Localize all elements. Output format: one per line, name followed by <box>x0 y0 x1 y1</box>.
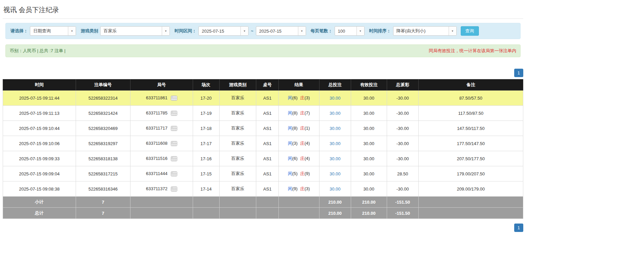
cell-table: AS1 <box>256 106 279 121</box>
total-bet-link[interactable]: 30.00 <box>330 171 341 176</box>
empty-cell <box>256 208 279 219</box>
cell-round: 633711372 <box>130 181 193 197</box>
cell-payout: -30.00 <box>387 136 418 151</box>
cell-table: AS1 <box>256 181 279 197</box>
cell-result: 闲(6) 庄(4) <box>278 151 319 166</box>
cell-remark: 207.50/177.50 <box>418 151 523 166</box>
total-bet-link[interactable]: 30.00 <box>330 111 341 116</box>
total-bet-link[interactable]: 30.00 <box>330 141 341 146</box>
cell-round: 633711516 <box>130 151 193 166</box>
cell-table: AS1 <box>256 151 279 166</box>
cell-valid-bet: 30.00 <box>351 136 387 151</box>
cell-remark: 87.50/57.50 <box>418 91 523 106</box>
query-type-label: 请选择： <box>10 28 28 34</box>
total-bet-link[interactable]: 30.00 <box>330 96 341 101</box>
empty-cell <box>193 197 219 208</box>
page-size-select[interactable]: 100 ▾ <box>335 26 365 36</box>
query-type-value: 日期查询 <box>30 27 68 35</box>
result-banker-score: (3) <box>305 186 310 191</box>
result-banker-label: 庄 <box>300 141 305 146</box>
round-detail-icon[interactable] <box>171 187 177 192</box>
chevron-down-icon[interactable]: ▾ <box>162 27 169 35</box>
total-count: 7 <box>76 208 130 219</box>
chevron-down-icon[interactable]: ▾ <box>240 27 248 35</box>
cell-total-bet: 30.00 <box>319 91 351 106</box>
round-number: 633711608 <box>146 141 167 146</box>
search-button[interactable]: 查询 <box>461 26 479 36</box>
game-type-value: 百家乐 <box>101 27 162 35</box>
cell-time: 2025-07-15 09:08:38 <box>3 181 76 197</box>
round-detail-icon[interactable] <box>171 111 177 116</box>
pagination-page-1[interactable]: 1 <box>514 69 523 77</box>
col-header-valid-bet: 有效投注 <box>351 79 387 91</box>
chevron-down-icon[interactable]: ▾ <box>298 27 306 35</box>
cell-table: AS1 <box>256 91 279 106</box>
subtotal-payout: -151.50 <box>387 197 418 208</box>
result-banker-score: (4) <box>305 156 310 161</box>
col-header-game: 游戏类别 <box>219 79 256 91</box>
date-from-select[interactable]: 2025-07-15 ▾ <box>198 26 249 36</box>
total-bet-link[interactable]: 30.00 <box>330 187 341 192</box>
cell-round: 633711608 <box>130 136 193 151</box>
table-header-row: 时间 注单编号 局号 场次 游戏类别 桌号 结果 总投注 有效投注 总派彩 备注 <box>3 79 523 91</box>
chevron-down-icon[interactable]: ▾ <box>68 27 76 35</box>
query-type-select[interactable]: 日期查询 ▾ <box>30 26 76 36</box>
result-player-label: 闲 <box>288 186 292 191</box>
time-sort-label: 时间排序： <box>369 28 391 34</box>
cell-bet-id: 522658322314 <box>76 91 130 106</box>
cell-bet-id: 522658319297 <box>76 136 130 151</box>
cell-valid-bet: 30.00 <box>351 121 387 136</box>
cell-game: 百家乐 <box>219 136 256 151</box>
empty-cell <box>278 197 319 208</box>
round-detail-icon[interactable] <box>171 141 177 146</box>
cell-result: 闲(8) 庄(7) <box>278 106 319 121</box>
subtotal-label: 小计 <box>3 197 76 208</box>
cell-valid-bet: 30.00 <box>351 166 387 181</box>
cell-result: 闲(5) 庄(9) <box>278 166 319 181</box>
round-detail-icon[interactable] <box>171 126 177 131</box>
subtotal-row: 小计 7 210.00 210.00 -151.50 <box>3 197 523 208</box>
pagination-bottom: 1 <box>3 224 523 232</box>
round-number: 633711372 <box>146 186 167 191</box>
round-number: 633711785 <box>146 110 167 115</box>
date-from-value: 2025-07-15 <box>199 27 240 35</box>
total-bet-link[interactable]: 30.00 <box>330 156 341 161</box>
cell-time: 2025-07-15 09:11:13 <box>3 106 76 121</box>
cell-round: 633711444 <box>130 166 193 181</box>
cell-session: 17-16 <box>193 151 219 166</box>
cell-game: 百家乐 <box>219 121 256 136</box>
summary-bar: 币别：人民币 | 总共 :7 注单 | 同局有效投注，统一计算在该局第一张注单内 <box>5 44 521 57</box>
cell-payout: -30.00 <box>387 91 418 106</box>
pagination-page-1[interactable]: 1 <box>514 224 523 232</box>
cell-valid-bet: 30.00 <box>351 91 387 106</box>
round-detail-icon[interactable] <box>171 156 177 161</box>
chevron-down-icon[interactable]: ▾ <box>356 27 364 35</box>
result-player-label: 闲 <box>288 141 292 146</box>
empty-cell <box>193 208 219 219</box>
round-number: 633711717 <box>146 126 167 131</box>
cell-game: 百家乐 <box>219 166 256 181</box>
round-detail-icon[interactable] <box>171 171 177 176</box>
game-type-label: 游戏类别 <box>81 28 98 34</box>
cell-remark: 147.50/117.50 <box>418 121 523 136</box>
game-type-select[interactable]: 百家乐 ▾ <box>100 26 170 36</box>
bet-records-table: 时间 注单编号 局号 场次 游戏类别 桌号 结果 总投注 有效投注 总派彩 备注… <box>3 79 523 219</box>
col-header-total-bet: 总投注 <box>319 79 351 91</box>
result-player-score: (6) <box>292 156 298 161</box>
total-valid-bet: 210.00 <box>351 208 387 219</box>
time-sort-value: 降幂(由大到小) <box>393 27 449 35</box>
round-detail-icon[interactable] <box>171 96 177 101</box>
total-bet-link[interactable]: 30.00 <box>330 126 341 131</box>
chevron-down-icon[interactable]: ▾ <box>449 27 456 35</box>
empty-cell <box>219 197 256 208</box>
subtotal-total-bet: 210.00 <box>319 197 351 208</box>
cell-valid-bet: 30.00 <box>351 151 387 166</box>
date-to-select[interactable]: 2025-07-15 ▾ <box>256 26 306 36</box>
total-total-bet: 210.00 <box>319 208 351 219</box>
result-player-label: 闲 <box>288 156 292 161</box>
time-sort-select[interactable]: 降幂(由大到小) ▾ <box>393 26 457 36</box>
subtotal-valid-bet: 210.00 <box>351 197 387 208</box>
cell-game: 百家乐 <box>219 181 256 197</box>
table-row: 2025-07-15 09:11:44 522658322314 6337118… <box>3 91 523 106</box>
cell-valid-bet: 30.00 <box>351 106 387 121</box>
